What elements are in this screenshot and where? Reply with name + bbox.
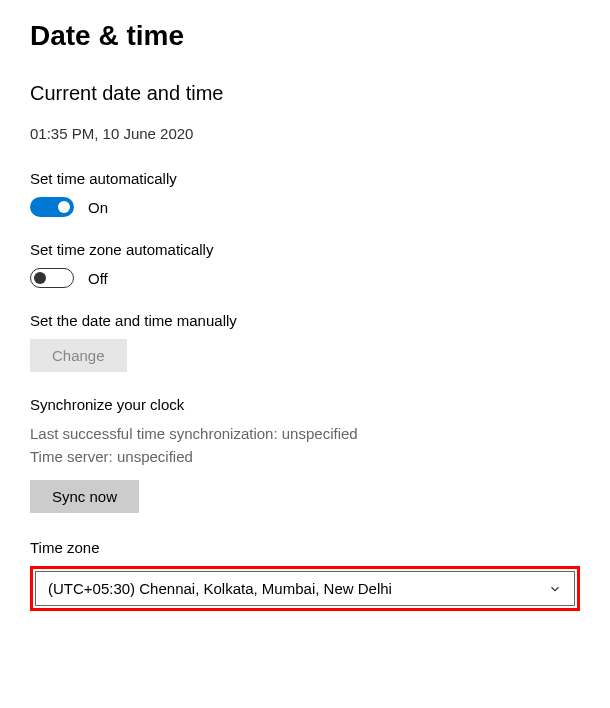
chevron-down-icon bbox=[548, 582, 562, 596]
sync-server: Time server: unspecified bbox=[30, 446, 580, 469]
set-time-auto-state: On bbox=[88, 199, 108, 216]
set-time-auto-toggle[interactable] bbox=[30, 197, 74, 217]
current-datetime: 01:35 PM, 10 June 2020 bbox=[30, 125, 580, 142]
set-tz-auto-state: Off bbox=[88, 270, 108, 287]
sync-title: Synchronize your clock bbox=[30, 396, 580, 413]
set-tz-auto-label: Set time zone automatically bbox=[30, 241, 580, 258]
sync-last: Last successful time synchronization: un… bbox=[30, 423, 580, 446]
change-button[interactable]: Change bbox=[30, 339, 127, 372]
set-time-auto-label: Set time automatically bbox=[30, 170, 580, 187]
sync-now-button[interactable]: Sync now bbox=[30, 480, 139, 513]
toggle-knob-icon bbox=[58, 201, 70, 213]
manual-label: Set the date and time manually bbox=[30, 312, 580, 329]
timezone-select[interactable]: (UTC+05:30) Chennai, Kolkata, Mumbai, Ne… bbox=[35, 571, 575, 606]
timezone-selected-value: (UTC+05:30) Chennai, Kolkata, Mumbai, Ne… bbox=[48, 580, 392, 597]
timezone-label: Time zone bbox=[30, 539, 580, 556]
section-title: Current date and time bbox=[30, 82, 580, 105]
timezone-highlight: (UTC+05:30) Chennai, Kolkata, Mumbai, Ne… bbox=[30, 566, 580, 611]
set-tz-auto-toggle[interactable] bbox=[30, 268, 74, 288]
page-title: Date & time bbox=[30, 20, 580, 52]
toggle-knob-icon bbox=[34, 272, 46, 284]
